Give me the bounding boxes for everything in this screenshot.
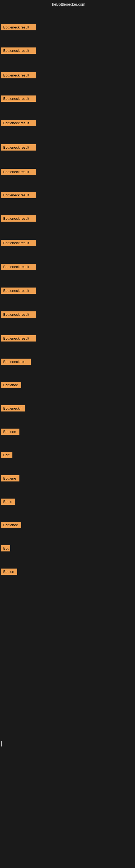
bottleneck-result-item[interactable]: Bottleneck result [1,144,36,151]
bottleneck-result-item[interactable]: Bottleneck result [1,215,36,222]
bottleneck-result-item[interactable]: Bottleneck result [1,287,36,294]
bottleneck-result-item[interactable]: Bottleneck result [1,240,36,246]
bottleneck-result-item[interactable]: Bottleneck res [1,359,31,365]
bottleneck-result-item[interactable]: Bottlene [1,429,19,435]
bottleneck-result-item[interactable]: Bottleneck result [1,48,36,54]
bottleneck-result-item[interactable]: Bottleneck r [1,405,25,411]
bottleneck-result-item[interactable]: Bottleneck result [1,311,36,318]
site-title: TheBottlenecker.com [0,0,135,9]
bottleneck-result-item[interactable]: Bottleneck result [1,72,36,79]
bottleneck-result-item[interactable]: Bottlen [1,568,17,575]
bottleneck-result-item[interactable]: Bottleneck result [1,95,36,102]
bottleneck-result-item[interactable]: Bottle [1,499,15,505]
bottleneck-result-item[interactable]: Bot [1,545,10,552]
bottleneck-result-item[interactable]: Bottlenec [1,522,21,528]
bottleneck-result-item[interactable]: Bottleneck result [1,120,36,126]
bottleneck-result-item[interactable]: Bottleneck result [1,24,36,30]
bottleneck-result-item[interactable]: Bottleneck result [1,192,36,198]
bottleneck-result-item[interactable]: Bottleneck result [1,264,36,270]
bottleneck-result-item[interactable]: Bottleneck result [1,169,36,175]
bottleneck-result-item[interactable]: Bottlenec [1,382,21,388]
bottleneck-result-item[interactable]: Bottlene [1,475,19,482]
bottleneck-result-item[interactable]: Bott [1,452,12,458]
cursor [1,741,2,746]
bottleneck-result-item[interactable]: Bottleneck result [1,335,36,341]
